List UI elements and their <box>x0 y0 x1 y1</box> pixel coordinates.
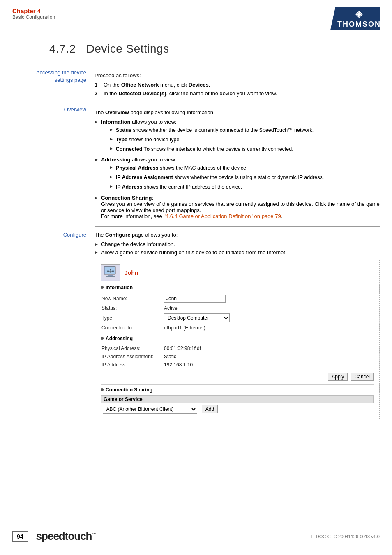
addressing-content: Addressing allows you to view: ► Physica… <box>101 157 324 192</box>
form-section-information: Information <box>101 285 374 290</box>
cs-select-cell: ABC (Another Bittorrent Client) Add <box>101 403 374 415</box>
device-name-heading: John <box>125 269 138 276</box>
cs-section-label: Connection Sharing <box>106 387 152 393</box>
speedtouch-normal: speed <box>36 530 65 542</box>
ip-address-row: IP Address: 192.168.1.10 <box>101 361 373 368</box>
step-1-text: On the Office Network menu, click Device… <box>104 82 210 88</box>
ip-assignment-text: IP Address Assignment shows whether the … <box>116 174 324 182</box>
configure-bullets: ► Change the device information. ► Allow… <box>95 241 380 256</box>
device-icon <box>101 264 120 281</box>
connection-sharing-bullet: ► Connection Sharing: Gives you an overv… <box>95 195 380 219</box>
section-label-accessing: Accessing the device settings page <box>12 69 86 84</box>
accessing-label: Accessing the device settings page <box>12 67 95 99</box>
bullet-dot-addr <box>101 337 104 340</box>
period: . <box>281 213 283 219</box>
type-select[interactable]: Desktop Computer <box>164 313 230 322</box>
new-name-input[interactable] <box>164 295 226 303</box>
step-1-number: 1 <box>95 82 100 88</box>
overview-list: ► Information allows you to view: ► Stat… <box>95 119 380 219</box>
arrow-icon-a2: ► <box>109 175 113 179</box>
status-text: Status shows whether the device is curre… <box>116 127 314 134</box>
addressing-bold: Addressing <box>101 157 131 163</box>
page-title: 4.7.2 Device Settings <box>49 42 380 55</box>
configure-content: The Configure page allows you to: ► Chan… <box>95 226 380 419</box>
arrow-icon-s2: ► <box>109 137 113 141</box>
ip-address-text: IP Address shows the current IP address … <box>116 183 242 191</box>
physical-bullet: ► Physical Address shows the MAC address… <box>109 164 324 172</box>
cs-table-body: ABC (Another Bittorrent Client) Add <box>101 403 374 415</box>
configure-bullet-2: ► Allow a game or service running on thi… <box>95 249 380 256</box>
configure-bullet-1-text: Change the device information. <box>101 241 175 247</box>
arrow-icon-1: ► <box>95 120 99 124</box>
arrow-icon-c2: ► <box>95 250 99 255</box>
type-value: Desktop Computer <box>164 313 373 323</box>
configure-intro: The Configure page allows you to: <box>95 232 380 238</box>
add-button[interactable]: Add <box>202 405 218 413</box>
physical-address-value: 00:01:02:98:1f:df <box>164 345 373 352</box>
chapter-label: Chapter 4 <box>12 7 55 14</box>
information-form-table: New Name: Status: Active Type: Desktop C… <box>101 293 374 332</box>
connection-sharing-link[interactable]: "4.6.4 Game or Application Definition" o… <box>164 213 281 219</box>
ip-address-bullet: ► IP Address shows the current IP addres… <box>109 183 324 191</box>
connected-text: Connected To shows the interface to whic… <box>116 145 293 153</box>
page-number: 94 <box>12 531 28 542</box>
physical-address-label: Physical Address: <box>101 345 163 352</box>
overview-section: Overview The Overview page displays foll… <box>0 104 392 221</box>
detected-devices-bold: Detected Device(s) <box>118 90 166 97</box>
bullet-dot-cs <box>101 388 104 391</box>
ip-assignment-bullet: ► IP Address Assignment shows whether th… <box>109 174 324 182</box>
info-section-label: Information <box>106 285 133 290</box>
page-title-text: Device Settings <box>86 42 169 55</box>
arrow-icon-s3: ► <box>109 146 113 151</box>
connection-sharing-content: Connection Sharing: Gives you an overvie… <box>101 195 380 219</box>
cs-header-row: Game or Service <box>101 395 374 403</box>
speedtouch-logo: speedtouch™ <box>36 530 96 543</box>
configure-bullet-1: ► Change the device information. <box>95 241 380 247</box>
connection-sharing-bold: Connection Sharing <box>101 195 152 201</box>
apply-cancel-row: Apply Cancel <box>101 373 374 381</box>
info-bullet: ► Information allows you to view: ► Stat… <box>95 119 380 154</box>
physical-address-row: Physical Address: 00:01:02:98:1f:df <box>101 345 373 352</box>
devices-bold: Devices <box>189 82 209 88</box>
device-header: John <box>101 264 374 281</box>
thomson-logo: ◈ THOMSON <box>330 7 380 30</box>
arrow-icon-2: ► <box>95 157 99 162</box>
svg-point-6 <box>110 269 111 270</box>
step-2-number: 2 <box>95 90 100 97</box>
info-content: Information allows you to view: ► Status… <box>101 119 314 154</box>
overview-bold: Overview <box>105 109 129 115</box>
arrow-icon-s1: ► <box>109 127 113 132</box>
new-name-row: New Name: <box>101 294 373 304</box>
overview-intro: The Overview page displays following inf… <box>95 109 380 115</box>
step-2-text: In the Detected Device(s), click the nam… <box>104 90 277 97</box>
svg-point-8 <box>112 270 114 272</box>
bullet-dot-info <box>101 286 104 289</box>
configure-bold: Configure <box>105 232 130 238</box>
ip-assignment-label: IP Address Assignment: <box>101 353 163 360</box>
computer-svg <box>102 265 119 280</box>
new-name-label: New Name: <box>101 294 163 304</box>
configure-section: Configure The Configure page allows you … <box>0 226 392 419</box>
section-divider <box>101 384 374 385</box>
section-label-overview: Overview <box>12 106 86 113</box>
section-label-configure: Configure <box>12 231 86 239</box>
connected-bullet: ► Connected To shows the interface to wh… <box>109 145 314 153</box>
connection-sharing-text: Gives you an overview of the games or se… <box>101 201 380 213</box>
device-config-box: John Information New Name: Status: Activ… <box>95 260 380 419</box>
connected-to-row: Connected To: ethport1 (Ethernet) <box>101 324 373 332</box>
cs-select[interactable]: ABC (Another Bittorrent Client) <box>103 405 197 414</box>
arrow-icon-3: ► <box>95 196 99 200</box>
step-1: 1 On the Office Network menu, click Devi… <box>95 82 380 88</box>
info-sub-list: ► Status shows whether the device is cur… <box>101 127 314 153</box>
page-title-number: 4.7.2 <box>49 42 76 55</box>
type-label: Type: <box>101 313 163 323</box>
addressing-sub-list: ► Physical Address shows the MAC address… <box>101 164 324 191</box>
proceed-text: Proceed as follows: <box>95 72 380 78</box>
cancel-button[interactable]: Cancel <box>351 373 374 381</box>
apply-button[interactable]: Apply <box>328 373 348 381</box>
addressing-bullet: ► Addressing allows you to view: ► Physi… <box>95 157 380 192</box>
new-name-value <box>164 294 373 304</box>
thomson-icon: ◈ <box>355 9 363 19</box>
doc-reference: E-DOC-CTC-20041126-0013 v1.0 <box>311 534 380 539</box>
type-text: Type shows the device type. <box>116 136 181 144</box>
